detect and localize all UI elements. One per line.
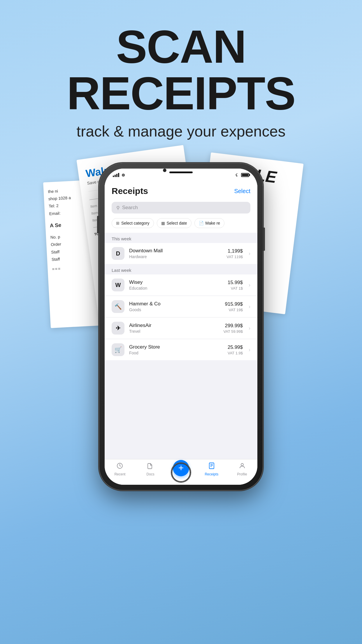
phone-device: ⊜ ☇ Receipts Select xyxy=(99,163,263,490)
item-price-value-airlines: 299.99$ xyxy=(224,323,243,329)
section-header-this-week: This week xyxy=(105,233,257,243)
item-name-grocery: Grocery Store xyxy=(129,344,223,350)
receipt-item-hammer[interactable]: 🔨 Hammer & Co Goods 915.99$ VAT 19$ › xyxy=(105,296,257,317)
phone-screen: ⊜ ☇ Receipts Select xyxy=(105,169,257,485)
item-price-downtown: 1,199$ VAT 119$ xyxy=(226,248,243,259)
item-category-downtown: Hardware xyxy=(129,254,222,259)
chevron-icon-airlines: › xyxy=(249,325,250,331)
item-price-wisey: 15.99$ VAT 1$ xyxy=(228,280,243,290)
hero-subtitle: track & manage your expences xyxy=(0,123,362,140)
item-info-wisey: Wisey Education xyxy=(129,279,223,290)
filter-make-button[interactable]: 📄 Make re xyxy=(194,218,225,228)
item-price-airlines: 299.99$ VAT 59.99$ xyxy=(224,323,243,334)
item-price-value-wisey: 15.99$ xyxy=(228,280,243,286)
item-vat-grocery: VAT 1.9$ xyxy=(228,351,243,355)
item-avatar-grocery: 🛒 xyxy=(112,343,124,356)
category-icon: ⊞ xyxy=(116,221,120,225)
item-name-wisey: Wisey xyxy=(129,279,223,285)
hero-title: SCAN RECEIPTS xyxy=(0,23,362,117)
item-info-downtown: Downtown Mall Hardware xyxy=(129,248,222,259)
item-vat-airlines: VAT 59.99$ xyxy=(224,329,243,334)
item-avatar-wisey: W xyxy=(112,279,124,291)
receipt-item-airlines[interactable]: ✈ AirlinesAir Trevel 299.99$ VAT 59.99$ … xyxy=(105,317,257,339)
receipt-item-downtown[interactable]: D Downtown Mall Hardware 1,199$ VAT 119$… xyxy=(105,243,257,264)
item-price-grocery: 25.99$ VAT 1.9$ xyxy=(228,344,243,355)
item-name-hammer: Hammer & Co xyxy=(129,301,220,307)
item-category-airlines: Trevel xyxy=(129,329,219,334)
filter-row: ⊞ Select category ▦ Select date 📄 Make r… xyxy=(105,218,257,233)
tab-recent[interactable]: Recent xyxy=(108,462,131,476)
home-button[interactable] xyxy=(171,462,191,483)
item-info-hammer: Hammer & Co Goods xyxy=(129,301,220,312)
item-name-downtown: Downtown Mall xyxy=(129,248,222,254)
this-week-items: D Downtown Mall Hardware 1,199$ VAT 119$… xyxy=(105,243,257,264)
docs-icon xyxy=(147,462,154,471)
chevron-icon-wisey: › xyxy=(249,282,250,288)
chevron-icon-grocery: › xyxy=(249,347,250,353)
profile-icon xyxy=(239,462,246,471)
filter-category-label: Select category xyxy=(121,221,150,225)
hero-section: SCAN RECEIPTS xyxy=(0,0,362,117)
item-info-airlines: AirlinesAir Trevel xyxy=(129,323,219,334)
tab-profile[interactable]: Profile xyxy=(231,462,254,476)
bluetooth-icon: ☇ xyxy=(235,173,238,177)
tab-receipts[interactable]: Receipts xyxy=(200,462,223,476)
app-title: Receipts xyxy=(112,186,148,196)
item-category-hammer: Goods xyxy=(129,307,220,312)
section-header-last-week: Last week xyxy=(105,264,257,274)
status-right: ☇ xyxy=(235,173,249,177)
battery-icon xyxy=(241,173,249,177)
search-placeholder-text: Search xyxy=(122,205,138,211)
item-category-grocery: Food xyxy=(129,351,223,355)
item-info-grocery: Grocery Store Food xyxy=(129,344,223,355)
search-bar-container: ⚲ Search xyxy=(105,200,257,218)
receipt-item-wisey[interactable]: W Wisey Education 15.99$ VAT 1$ › xyxy=(105,274,257,295)
signal-bars xyxy=(113,173,119,177)
item-name-airlines: AirlinesAir xyxy=(129,323,219,328)
tab-receipts-label: Receipts xyxy=(205,472,218,476)
item-avatar-downtown: D xyxy=(112,247,124,260)
item-vat-wisey: VAT 1$ xyxy=(228,286,243,290)
tab-docs[interactable]: Docs xyxy=(139,462,162,476)
last-week-items: W Wisey Education 15.99$ VAT 1$ › xyxy=(105,274,257,360)
phone-outer-shell: ⊜ ☇ Receipts Select xyxy=(99,163,263,490)
search-input[interactable]: ⚲ Search xyxy=(112,202,250,214)
item-price-value-hammer: 915.99$ xyxy=(225,301,243,307)
item-price-value-downtown: 1,199$ xyxy=(226,248,243,254)
status-left: ⊜ xyxy=(113,173,125,177)
filter-category-button[interactable]: ⊞ Select category xyxy=(112,218,154,228)
filter-date-button[interactable]: ▦ Select date xyxy=(157,218,191,228)
item-avatar-airlines: ✈ xyxy=(112,322,124,335)
tab-recent-label: Recent xyxy=(114,472,125,476)
make-icon: 📄 xyxy=(199,221,204,225)
filter-make-label: Make re xyxy=(205,221,220,225)
select-button[interactable]: Select xyxy=(234,188,250,195)
item-category-wisey: Education xyxy=(129,286,223,290)
item-avatar-hammer: 🔨 xyxy=(112,300,124,313)
search-icon: ⚲ xyxy=(116,205,120,211)
wifi-icon: ⊜ xyxy=(122,173,125,177)
receipt-item-grocery[interactable]: 🛒 Grocery Store Food 25.99$ VAT 1.9$ › xyxy=(105,339,257,360)
chevron-icon-downtown: › xyxy=(249,251,250,257)
item-vat-hammer: VAT 19$ xyxy=(225,308,243,312)
app-header: Receipts Select xyxy=(105,181,257,200)
receipts-icon xyxy=(208,462,215,471)
tab-profile-label: Profile xyxy=(237,472,247,476)
svg-rect-1 xyxy=(209,463,214,469)
chevron-icon-hammer: › xyxy=(249,304,250,310)
item-vat-downtown: VAT 119$ xyxy=(226,255,243,259)
filter-date-label: Select date xyxy=(167,221,187,225)
recent-icon xyxy=(116,462,123,471)
date-icon: ▦ xyxy=(161,221,165,225)
status-bar: ⊜ ☇ xyxy=(105,169,257,181)
tab-docs-label: Docs xyxy=(147,472,154,476)
svg-point-5 xyxy=(241,463,243,466)
item-price-hammer: 915.99$ VAT 19$ xyxy=(225,301,243,312)
item-price-value-grocery: 25.99$ xyxy=(228,344,243,350)
app-content: Receipts Select ⚲ Search ⊞ Select catego… xyxy=(105,181,257,459)
